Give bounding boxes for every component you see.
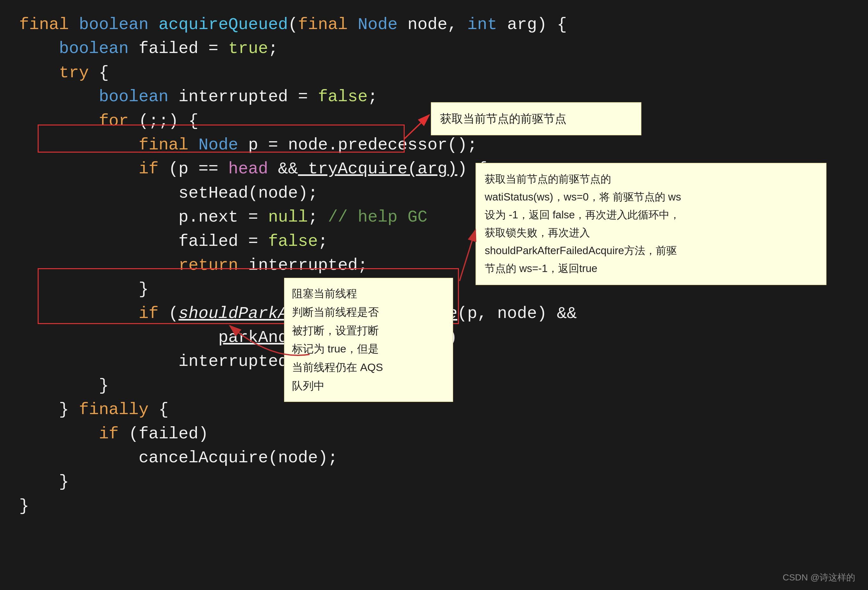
kw-try: try bbox=[59, 64, 89, 82]
annotation-box-2: 获取当前节点的前驱节点的watiStatus(ws)，ws=0，将 前驱节点的 … bbox=[475, 163, 827, 285]
kw-if-1: if bbox=[139, 160, 158, 179]
annotation-text-1: 获取当前节点的前驱节点 bbox=[440, 112, 567, 125]
kw-boolean-1: boolean bbox=[79, 15, 148, 34]
kw-false-1: false bbox=[318, 87, 368, 106]
kw-false-2: false bbox=[268, 232, 318, 251]
kw-final-2: final bbox=[298, 15, 348, 34]
kw-int: int bbox=[467, 15, 497, 34]
watermark: CSDN @诗这样的 bbox=[782, 571, 855, 584]
kw-if-3: if bbox=[99, 424, 119, 444]
method-name: acquireQueued bbox=[159, 15, 288, 34]
annotation-box-3: 阻塞当前线程判断当前线程是否被打断，设置打断标记为 true，但是当前线程仍在 … bbox=[284, 278, 453, 402]
red-box-predecessor bbox=[38, 124, 404, 152]
annotation-text-2: 获取当前节点的前驱节点的watiStatus(ws)，ws=0，将 前驱节点的 … bbox=[485, 173, 681, 274]
code-line-2: boolean failed = true; bbox=[19, 37, 849, 61]
code-line-18: if (failed) bbox=[19, 422, 849, 446]
kw-final-1: final bbox=[19, 15, 69, 34]
code-line-21: } bbox=[19, 494, 849, 518]
kw-finally: finally bbox=[79, 400, 148, 419]
code-line-19: cancelAcquire(node); bbox=[19, 446, 849, 470]
kw-node-1: Node bbox=[358, 15, 398, 34]
code-line-20: } bbox=[19, 470, 849, 494]
kw-boolean-2: boolean bbox=[59, 39, 128, 58]
code-line-3: try { bbox=[19, 61, 849, 85]
underline-tryacquire: tryAcquire(arg) bbox=[298, 160, 457, 179]
kw-true-1: true bbox=[228, 39, 268, 58]
annotation-text-3: 阻塞当前线程判断当前线程是否被打断，设置打断标记为 true，但是当前线程仍在 … bbox=[292, 287, 383, 392]
kw-head: head bbox=[228, 160, 268, 179]
comment-helpgc: // help GC bbox=[328, 208, 427, 227]
kw-boolean-3: boolean bbox=[99, 87, 168, 106]
code-line-1: final boolean acquireQueued(final Node n… bbox=[19, 13, 849, 37]
kw-null: null bbox=[268, 208, 308, 227]
annotation-box-1: 获取当前节点的前驱节点 bbox=[431, 102, 641, 135]
